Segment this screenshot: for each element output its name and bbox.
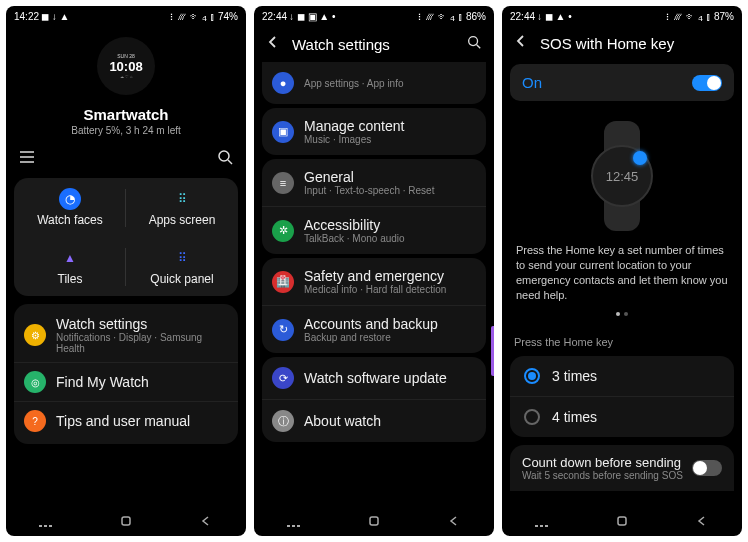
- item-app-settings[interactable]: ● App settings · App info: [262, 62, 486, 104]
- status-time: 22:44: [262, 11, 287, 22]
- grid-apps-screen[interactable]: ⠿ Apps screen: [126, 178, 238, 237]
- accessibility-icon: ✲: [272, 220, 294, 242]
- back-button[interactable]: [693, 514, 711, 528]
- edge-panel-handle[interactable]: [491, 326, 494, 376]
- countdown-row[interactable]: Count down before sending Wait 5 seconds…: [510, 445, 734, 491]
- press-count-radio-group: 3 times 4 times: [510, 356, 734, 437]
- general-icon: ≡: [272, 172, 294, 194]
- backup-icon: ↻: [272, 319, 294, 341]
- home-button[interactable]: [117, 514, 135, 528]
- info-icon: ⓘ: [272, 410, 294, 432]
- dot-inactive: [624, 312, 628, 316]
- item-software-update[interactable]: ⟳ Watch software update: [262, 357, 486, 399]
- apps-screen-icon: ⠿: [171, 188, 193, 210]
- header-bar: SOS with Home key: [502, 26, 742, 60]
- android-nav-bar: [6, 506, 246, 536]
- sos-description: Press the Home key a set number of times…: [516, 239, 728, 310]
- home-key-highlight-icon: [633, 151, 647, 165]
- quick-panel-icon: ⠿: [171, 247, 193, 269]
- sos-toggle-row[interactable]: On: [510, 64, 734, 101]
- radio-3-times[interactable]: 3 times: [510, 356, 734, 396]
- radio-checked-icon: [524, 368, 540, 384]
- page-title: Watch settings: [292, 36, 454, 53]
- settings-scroll[interactable]: ● App settings · App info ▣ Manage conte…: [254, 62, 494, 506]
- tiles-icon: ▲: [59, 247, 81, 269]
- status-left-icons: ◼ ↓ ▲: [41, 11, 69, 22]
- svg-point-0: [219, 151, 229, 161]
- recents-button[interactable]: [37, 514, 55, 528]
- illus-time: 12:45: [606, 169, 639, 184]
- countdown-title: Count down before sending: [522, 455, 684, 470]
- page-indicator: [616, 310, 628, 324]
- home-button[interactable]: [365, 514, 383, 528]
- search-icon[interactable]: [466, 34, 482, 54]
- toggle-switch-on[interactable]: [692, 75, 722, 91]
- item-manage-content[interactable]: ▣ Manage content Music · Images: [262, 108, 486, 155]
- svg-rect-4: [618, 517, 626, 525]
- status-right-icons: ⋮ ⫻ ᯤ ₄ ⫿ 87%: [665, 11, 734, 22]
- apps-icon: ●: [272, 72, 294, 94]
- back-icon[interactable]: [266, 35, 280, 53]
- phone-screen-3: 22:44 ↓ ◼ ▲ • ⋮ ⫻ ᯤ ₄ ⫿ 87% SOS with Hom…: [502, 6, 742, 536]
- header-bar: Watch settings: [254, 26, 494, 62]
- watchface-preview[interactable]: SUN 28 10:08 ☁ ♡ ⌂ Smartwatch Battery 5%…: [6, 26, 246, 140]
- locate-icon: ◎: [24, 371, 46, 393]
- watchface-extras: ☁ ♡ ⌂: [109, 74, 142, 79]
- page-title: SOS with Home key: [540, 35, 730, 52]
- sos-illustration: 12:45 Press the Home key a set number of…: [502, 105, 742, 332]
- back-button[interactable]: [445, 514, 463, 528]
- device-name: Smartwatch: [83, 106, 168, 123]
- status-right-icons: ⋮ ⫻ ᯤ ₄ ⫿ 74%: [169, 11, 238, 22]
- menu-icon[interactable]: [18, 148, 36, 166]
- radio-4-times[interactable]: 4 times: [510, 396, 734, 437]
- grid-quick-panel[interactable]: ⠿ Quick panel: [126, 237, 238, 296]
- radio-unchecked-icon: [524, 409, 540, 425]
- status-left-icons: ↓ ◼ ▣ ▲ •: [289, 11, 336, 22]
- item-accessibility[interactable]: ✲ Accessibility TalkBack · Mono audio: [262, 206, 486, 254]
- settings-list: ⚙ Watch settings Notifications · Display…: [14, 304, 238, 444]
- watchface-time: 10:08: [109, 59, 142, 74]
- android-nav-bar: [254, 506, 494, 536]
- quick-grid: ◔ Watch faces ⠿ Apps screen ▲ Tiles ⠿ Qu…: [14, 178, 238, 296]
- svg-rect-1: [122, 517, 130, 525]
- row-tips-manual[interactable]: ? Tips and user manual: [14, 401, 238, 440]
- phone-screen-1: 14:22 ◼ ↓ ▲ ⋮ ⫻ ᯤ ₄ ⫿ 74% SUN 28 10:08 ☁…: [6, 6, 246, 536]
- watch-faces-icon: ◔: [59, 188, 81, 210]
- search-icon[interactable]: [216, 148, 234, 166]
- svg-rect-3: [370, 517, 378, 525]
- grid-watch-faces[interactable]: ◔ Watch faces: [14, 178, 126, 237]
- toggle-label: On: [522, 74, 542, 91]
- status-time: 22:44: [510, 11, 535, 22]
- status-right-icons: ⋮ ⫻ ᯤ ₄ ⫿ 86%: [417, 11, 486, 22]
- row-find-my-watch[interactable]: ◎ Find My Watch: [14, 362, 238, 401]
- status-time: 14:22: [14, 11, 39, 22]
- item-about-watch[interactable]: ⓘ About watch: [262, 399, 486, 442]
- item-safety-emergency[interactable]: 🏥 Safety and emergency Medical info · Ha…: [262, 258, 486, 305]
- countdown-sub: Wait 5 seconds before sending SOS: [522, 470, 684, 481]
- recents-button[interactable]: [533, 514, 551, 528]
- svg-point-2: [469, 37, 478, 46]
- help-icon: ?: [24, 410, 46, 432]
- dot-active: [616, 312, 620, 316]
- section-label: Press the Home key: [502, 332, 742, 352]
- phone-screen-2: 22:44 ↓ ◼ ▣ ▲ • ⋮ ⫻ ᯤ ₄ ⫿ 86% Watch sett…: [254, 6, 494, 536]
- item-accounts-backup[interactable]: ↻ Accounts and backup Backup and restore: [262, 305, 486, 353]
- status-left-icons: ↓ ◼ ▲ •: [537, 11, 572, 22]
- back-icon[interactable]: [514, 34, 528, 52]
- grid-tiles[interactable]: ▲ Tiles: [14, 237, 126, 296]
- emergency-icon: 🏥: [272, 271, 294, 293]
- recents-button[interactable]: [285, 514, 303, 528]
- status-bar: 22:44 ↓ ◼ ▣ ▲ • ⋮ ⫻ ᯤ ₄ ⫿ 86%: [254, 6, 494, 26]
- status-bar: 14:22 ◼ ↓ ▲ ⋮ ⫻ ᯤ ₄ ⫿ 74%: [6, 6, 246, 26]
- gear-icon: ⚙: [24, 324, 46, 346]
- update-icon: ⟳: [272, 367, 294, 389]
- device-battery: Battery 5%, 3 h 24 m left: [71, 125, 181, 136]
- status-bar: 22:44 ↓ ◼ ▲ • ⋮ ⫻ ᯤ ₄ ⫿ 87%: [502, 6, 742, 26]
- countdown-toggle-off[interactable]: [692, 460, 722, 476]
- android-nav-bar: [502, 506, 742, 536]
- back-button[interactable]: [197, 514, 215, 528]
- row-watch-settings[interactable]: ⚙ Watch settings Notifications · Display…: [14, 308, 238, 362]
- content-icon: ▣: [272, 121, 294, 143]
- home-button[interactable]: [613, 514, 631, 528]
- item-general[interactable]: ≡ General Input · Text-to-speech · Reset: [262, 159, 486, 206]
